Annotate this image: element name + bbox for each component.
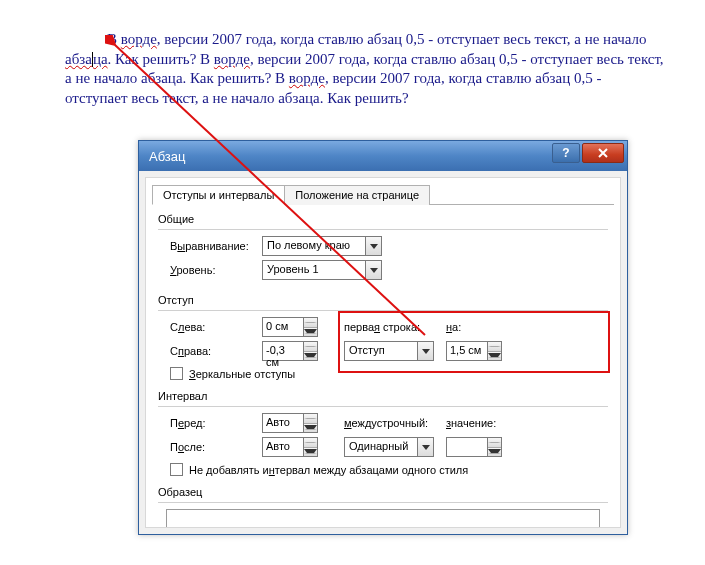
linespacing-label: междустрочный: [344,417,446,429]
indent-right-spinner[interactable]: -0,3 см [262,341,318,361]
space-before-label: Перед: [170,417,262,429]
paragraph-dialog: Абзац ? Отступы и интервалы Положение на… [138,140,628,535]
firstline-on-spinner[interactable]: 1,5 см [446,341,502,361]
close-button[interactable] [582,143,624,163]
tab-page-position[interactable]: Положение на странице [284,185,430,205]
linespacing-value-spinner[interactable] [446,437,502,457]
space-after-spinner[interactable]: Авто [262,437,318,457]
chevron-down-icon[interactable] [365,237,381,255]
firstline-on-label: на: [446,321,494,333]
alignment-combo[interactable]: По левому краю [262,236,382,256]
space-before-spinner[interactable]: Авто [262,413,318,433]
preview-box [166,509,600,527]
chevron-down-icon[interactable] [365,261,381,279]
close-icon [597,148,609,158]
linespacing-combo[interactable]: Одинарный [344,437,434,457]
firstline-label: первая строка: [344,321,446,333]
tabs: Отступы и интервалы Положение на страниц… [152,184,614,205]
section-indent: Отступ [158,294,614,306]
indent-left-spinner[interactable]: 0 см [262,317,318,337]
titlebar[interactable]: Абзац ? [139,141,627,171]
help-button[interactable]: ? [552,143,580,163]
space-after-label: После: [170,441,262,453]
firstline-combo[interactable]: Отступ [344,341,434,361]
no-space-same-style-checkbox[interactable] [170,463,183,476]
linespacing-value-label: значение: [446,417,506,429]
section-spacing: Интервал [158,390,614,402]
document-paragraph: В ворде, версии 2007 года, когда ставлю … [65,30,665,108]
chevron-down-icon[interactable] [417,438,433,456]
tab-indents-spacing[interactable]: Отступы и интервалы [152,185,285,205]
alignment-label: Выравнивание: [170,240,262,252]
mirror-indents-label: Зеркальные отступы [189,368,295,380]
mirror-indents-checkbox[interactable] [170,367,183,380]
section-general: Общие [158,213,614,225]
chevron-down-icon[interactable] [417,342,433,360]
spellcheck-word: ворде [121,31,157,47]
level-label: Уровень: [170,264,262,276]
dialog-title: Абзац [149,149,185,164]
level-combo[interactable]: Уровень 1 [262,260,382,280]
indent-left-label: Слева: [170,321,262,333]
indent-right-label: Справа: [170,345,262,357]
section-preview: Образец [158,486,614,498]
no-space-same-style-label: Не добавлять интервал между абзацами одн… [189,464,468,476]
